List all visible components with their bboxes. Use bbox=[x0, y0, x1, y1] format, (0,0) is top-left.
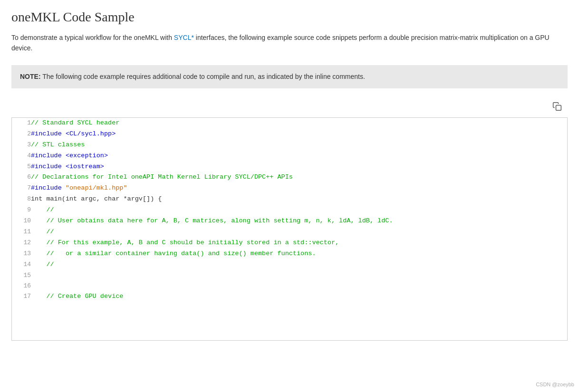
line-number: 4 bbox=[12, 151, 31, 162]
sycl-link[interactable]: SYCL* bbox=[174, 34, 194, 41]
line-code: #include <exception> bbox=[31, 151, 567, 162]
table-row: 15 bbox=[12, 270, 567, 281]
line-code: // Create GPU device bbox=[31, 291, 567, 302]
line-code: int main(int argc, char *argv[]) { bbox=[31, 194, 567, 205]
line-number: 12 bbox=[12, 238, 31, 249]
watermark: CSDN @zoeybb bbox=[536, 382, 574, 387]
note-text: The following code example requires addi… bbox=[42, 73, 365, 80]
note-box: NOTE: The following code example require… bbox=[11, 65, 568, 88]
line-code: // or a similar container having data() … bbox=[31, 249, 567, 259]
table-row: 6// Declarations for Intel oneAPI Math K… bbox=[12, 172, 567, 183]
code-container: 1// Standard SYCL header2#include <CL/sy… bbox=[11, 117, 568, 341]
note-label: NOTE: bbox=[20, 73, 41, 80]
table-row: 2#include <CL/sycl.hpp> bbox=[12, 129, 567, 140]
line-code: // Standard SYCL header bbox=[31, 118, 567, 129]
line-number: 9 bbox=[12, 205, 31, 216]
line-code: #include "oneapi/mkl.hpp" bbox=[31, 183, 567, 194]
line-code: // bbox=[31, 205, 567, 216]
table-row: 7#include "oneapi/mkl.hpp" bbox=[12, 183, 567, 194]
table-row: 12 // For this example, A, B and C shoul… bbox=[12, 238, 567, 249]
line-code: // User obtains data here for A, B, C ma… bbox=[31, 216, 567, 227]
line-number: 2 bbox=[12, 129, 31, 140]
line-number: 5 bbox=[12, 162, 31, 172]
line-code: // Declarations for Intel oneAPI Math Ke… bbox=[31, 172, 567, 183]
code-scroll[interactable]: 1// Standard SYCL header2#include <CL/sy… bbox=[12, 118, 567, 340]
line-code: // bbox=[31, 259, 567, 270]
line-number: 13 bbox=[12, 249, 31, 259]
table-row: 17 // Create GPU device bbox=[12, 291, 567, 302]
table-row: 10 // User obtains data here for A, B, C… bbox=[12, 216, 567, 227]
line-code bbox=[31, 281, 567, 291]
code-table: 1// Standard SYCL header2#include <CL/sy… bbox=[12, 118, 567, 302]
line-number: 11 bbox=[12, 227, 31, 238]
line-code bbox=[31, 270, 567, 281]
line-code: #include <iostream> bbox=[31, 162, 567, 172]
line-number: 15 bbox=[12, 270, 31, 281]
line-number: 14 bbox=[12, 259, 31, 270]
line-number: 3 bbox=[12, 140, 31, 151]
line-number: 6 bbox=[12, 172, 31, 183]
table-row: 3// STL classes bbox=[12, 140, 567, 151]
line-number: 16 bbox=[12, 281, 31, 291]
table-row: 4#include <exception> bbox=[12, 151, 567, 162]
line-code: // STL classes bbox=[31, 140, 567, 151]
table-row: 16 bbox=[12, 281, 567, 291]
line-number: 8 bbox=[12, 194, 31, 205]
line-number: 7 bbox=[12, 183, 31, 194]
line-number: 1 bbox=[12, 118, 31, 129]
table-row: 8int main(int argc, char *argv[]) { bbox=[12, 194, 567, 205]
svg-rect-0 bbox=[556, 105, 561, 110]
page-description: To demonstrate a typical workflow for th… bbox=[11, 32, 563, 54]
copy-toolbar bbox=[11, 98, 568, 116]
table-row: 13 // or a similar container having data… bbox=[12, 249, 567, 259]
line-code: // For this example, A, B and C should b… bbox=[31, 238, 567, 249]
table-row: 11 // bbox=[12, 227, 567, 238]
page-title: oneMKL Code Sample bbox=[11, 10, 568, 25]
table-row: 5#include <iostream> bbox=[12, 162, 567, 172]
line-number: 17 bbox=[12, 291, 31, 302]
line-number: 10 bbox=[12, 216, 31, 227]
table-row: 14 // bbox=[12, 259, 567, 270]
copy-button[interactable] bbox=[550, 100, 564, 115]
line-code: #include <CL/sycl.hpp> bbox=[31, 129, 567, 140]
table-row: 1// Standard SYCL header bbox=[12, 118, 567, 129]
table-row: 9 // bbox=[12, 205, 567, 216]
line-code: // bbox=[31, 227, 567, 238]
